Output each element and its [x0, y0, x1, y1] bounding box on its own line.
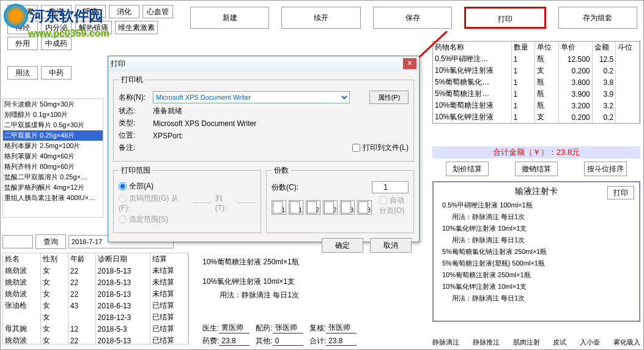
table-row[interactable]: 母其婉女122018-5-3已结算 — [3, 323, 188, 335]
infusion-usage: 用法：静脉滴注 每日1次 — [452, 212, 635, 222]
rx-header: 斗位 — [616, 42, 640, 53]
total-bar: 合计金额（￥）：23.8元 — [432, 146, 640, 158]
cat-vitamin-hormone[interactable]: 维生素激素 — [115, 21, 158, 34]
collate-checkbox[interactable]: 自动分页(O) — [379, 195, 409, 216]
copies-input[interactable] — [372, 181, 409, 193]
drug-item[interactable]: 盐酸二甲双胍溶片 0.25g×… — [3, 172, 103, 182]
close-icon[interactable]: × — [403, 58, 416, 69]
search-button[interactable]: 查询 — [35, 234, 66, 249]
prescription-body: 10%葡萄糖注射液 250ml×1瓶 10%氯化钾注射液 10ml×1支 用法：… — [202, 255, 416, 302]
table-row[interactable]: 5%葡萄糖氯化…1瓶3.8003.8 — [433, 76, 640, 88]
page-icon-5: 3 — [340, 200, 355, 215]
properties-button[interactable]: 属性(P) — [369, 91, 409, 104]
cat-usage[interactable]: 用法 — [7, 66, 38, 80]
drug-item[interactable]: 二甲双胍片 0.25g×48片 — [3, 130, 103, 141]
infusion-item: 10%氯化钾注射液 10ml×1支 — [442, 282, 635, 291]
unsettle-button[interactable]: 撤销结算 — [515, 162, 558, 176]
rx-header: 单位 — [535, 42, 559, 53]
cat-endocrine[interactable]: 内分泌 — [41, 21, 72, 34]
where-value: XPSPort: — [153, 132, 183, 140]
other-value: 0 — [273, 337, 303, 346]
status-label: 状态: — [119, 106, 149, 116]
drug-item[interactable]: 别嘌醇片 0.1g×100片 — [3, 110, 103, 120]
print-button[interactable]: 打印 — [464, 7, 546, 29]
table-row[interactable]: 女2018-12-3已结算 — [3, 311, 188, 323]
copies-group: 份数 份数(C): 1 1 2 2 3 3 自动分页(O) — [266, 165, 414, 233]
cat-digestive[interactable]: 消化 — [109, 5, 139, 18]
cat-cardio[interactable]: 心血管 — [142, 5, 173, 18]
infusion-print-button[interactable]: 打印 — [607, 186, 634, 199]
rx-header: 药物名称 — [433, 42, 511, 53]
infusion-item: 5%葡萄糖氯化钠注射液 250ml×1瓶 — [442, 247, 635, 256]
settle-button[interactable]: 划价结算 — [446, 162, 489, 176]
doctor-value: 黄医师 — [219, 322, 250, 333]
patient-table: 姓名性别年龄诊断日期结算姚劲波女222018-5-13未结算姚劲波女222018… — [2, 253, 189, 344]
table-row[interactable]: 姚劲波女222018-5-13未结算 — [3, 288, 188, 300]
save-button[interactable]: 保存 — [373, 7, 452, 29]
continue-button[interactable]: 续开 — [281, 7, 360, 29]
comment-label: 备注: — [119, 143, 149, 153]
infusion-item: 10%葡萄糖注射液 250ml×1瓶 — [442, 270, 635, 280]
range-selection-radio[interactable]: 选定范围(S) — [119, 214, 168, 225]
route-button[interactable]: 静脉滴注 — [432, 338, 459, 347]
search-input[interactable] — [2, 235, 33, 248]
fee-value: 23.8 — [219, 337, 250, 346]
main-action-bar: 新建 续开 保存 打印 存为组套 — [190, 7, 637, 29]
route-buttons: 静脉滴注静脉推注肌肉注射皮试入小壶雾化吸入 — [432, 338, 640, 347]
table-row[interactable]: 姚劲波女222018-5-13未结算 — [3, 265, 188, 277]
route-button[interactable]: 皮试 — [553, 338, 566, 347]
cat-antipyretic[interactable]: 解热镇痛 — [75, 21, 112, 34]
table-row[interactable]: 0.5%甲硝唑注…1瓶12.50012.5 — [433, 53, 640, 65]
table-row[interactable]: 张油枪女432018-6-13已结算 — [3, 300, 188, 311]
printer-group: 打印机 名称(N): Microsoft XPS Document Writer… — [113, 75, 414, 162]
infusion-title: 输液注射卡 — [437, 186, 635, 197]
printer-select[interactable]: Microsoft XPS Document Writer — [153, 91, 350, 103]
range-all-radio[interactable]: 全部(A) — [119, 181, 154, 192]
rx-header: 单价 — [558, 42, 592, 53]
cat-antibiotic[interactable]: 抗生素 — [7, 5, 38, 18]
cat-external[interactable]: 外用 — [7, 37, 38, 50]
dialog-titlebar[interactable]: 打印 × — [108, 56, 419, 71]
print-to-file-checkbox[interactable]: 打印到文件(L) — [352, 143, 409, 153]
route-button[interactable]: 静脉推注 — [473, 338, 500, 347]
new-button[interactable]: 新建 — [190, 7, 269, 29]
rx-table: 药物名称数量单位单价金额斗位0.5%甲硝唑注…1瓶12.50012.510%氯化… — [432, 41, 640, 124]
cat-neuro[interactable]: 神经 — [7, 21, 38, 34]
cat-tcm[interactable]: 中药 — [41, 66, 72, 80]
drug-item[interactable]: 盐酸罗格列酮片 4mg×12片 — [3, 182, 103, 193]
drug-item[interactable]: 二甲双胍缓释片 0.5g×30片 — [3, 120, 103, 130]
table-row[interactable]: 5%葡萄糖注射…1瓶3.9003.9 — [433, 88, 640, 100]
page-icon-4: 2 — [323, 200, 338, 215]
cat-cpm[interactable]: 中成药 — [41, 37, 72, 50]
route-button[interactable]: 肌肉注射 — [513, 338, 540, 347]
cat-respiratory[interactable]: 呼吸 — [75, 5, 106, 18]
cancel-button[interactable]: 取消 — [370, 238, 412, 253]
copies-label: 份数(C): — [272, 182, 298, 193]
sort-button[interactable]: 按斗位排序 — [584, 162, 627, 176]
rx-header: 数量 — [511, 42, 535, 53]
table-row[interactable]: 姚劲波女222018-5-13未结算 — [3, 277, 188, 288]
table-row[interactable]: 10%氯化钾注射液1支0.2000.2 — [433, 65, 640, 76]
table-row[interactable]: 10%氯化钾注射液1支0.2000.2 — [433, 111, 640, 123]
table-row[interactable]: 10%葡萄糖注射液1瓶3.2003.2 — [433, 100, 640, 111]
page-icon-6: 3 — [357, 200, 372, 215]
type-label: 类型: — [119, 118, 149, 128]
checker-value: 张医师 — [326, 322, 357, 333]
dispenser-value: 张医师 — [273, 322, 303, 333]
drug-item[interactable]: 格列苯脲片 40mg×60片 — [3, 151, 103, 162]
drug-item[interactable]: 格列齐特片 80mg×60片 — [3, 162, 103, 172]
page-icon-2: 1 — [289, 200, 303, 215]
drug-item[interactable]: 重组人胰岛素注射液 400IU×… — [3, 193, 103, 203]
save-as-set-button[interactable]: 存为组套 — [558, 7, 637, 29]
prescription-footer: 医生:黄医师 配药:张医师 复核:张医师 药费:23.8 其他:0 合计:23.… — [202, 320, 426, 346]
table-row[interactable]: 姚劲波女222018-5-13已结算 — [3, 335, 188, 344]
cat-infusion[interactable]: 输液 — [41, 5, 72, 18]
total-label: 合计: — [309, 336, 326, 346]
route-button[interactable]: 雾化吸入 — [613, 338, 640, 347]
ok-button[interactable]: 确定 — [322, 238, 363, 253]
route-button[interactable]: 入小壶 — [580, 338, 600, 347]
drug-list[interactable]: 阿卡波糖片 50mg×30片别嘌醇片 0.1g×100片二甲双胍缓释片 0.5g… — [2, 99, 103, 218]
drug-item[interactable]: 格列本脲片 2.5mg×100片 — [3, 141, 103, 151]
drug-item[interactable]: 阿卡波糖片 50mg×30片 — [3, 99, 103, 110]
range-pages-radio[interactable]: 页码范围(G) 从(F): — [119, 193, 190, 212]
